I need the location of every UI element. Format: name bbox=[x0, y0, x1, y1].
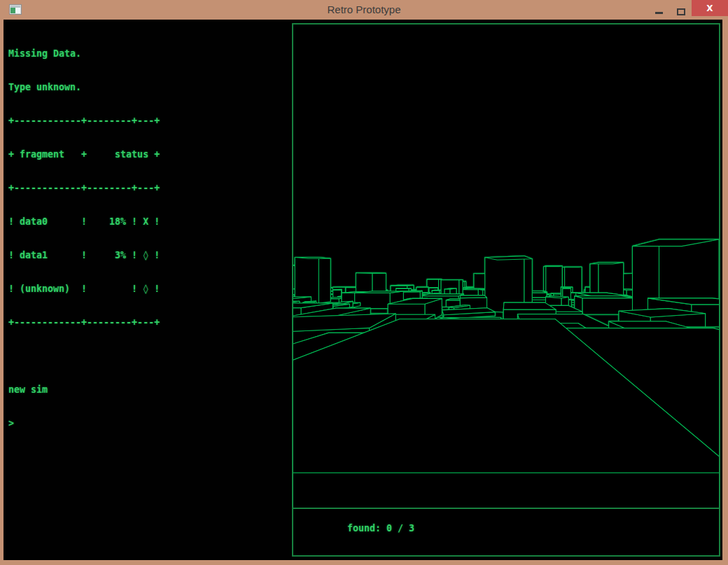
status-bar: found: 0 / 3 bbox=[293, 509, 719, 555]
close-icon: X bbox=[706, 4, 713, 13]
ascii-table-border: +------------+--------+---+ bbox=[8, 116, 288, 127]
terminal-blank-line bbox=[8, 351, 288, 362]
new-sim-button[interactable]: new sim bbox=[8, 384, 288, 396]
app-window: Retro Prototype X Missing Data. Type unk… bbox=[0, 0, 728, 565]
ascii-table-row: ! data1 ! 3% ! ◊ ! bbox=[8, 250, 288, 261]
viewport-panel: found: 0 / 3 bbox=[292, 23, 720, 557]
minimize-button[interactable] bbox=[648, 0, 670, 20]
command-prompt[interactable]: > bbox=[8, 418, 288, 429]
maximize-icon bbox=[677, 8, 685, 15]
wireframe-scene[interactable] bbox=[293, 25, 719, 508]
ascii-table-header: + fragment + status + bbox=[8, 149, 288, 160]
ascii-table-border: +------------+--------+---+ bbox=[8, 183, 288, 194]
titlebar[interactable]: Retro Prototype X bbox=[0, 0, 728, 20]
window-title: Retro Prototype bbox=[0, 0, 728, 20]
window-controls: X bbox=[648, 0, 728, 20]
found-counter: found: 0 / 3 bbox=[347, 523, 414, 533]
ascii-table-border: +------------+--------+---+ bbox=[8, 317, 288, 328]
terminal-message: Type unknown. bbox=[8, 82, 288, 93]
minimize-icon bbox=[655, 12, 663, 14]
maximize-button[interactable] bbox=[670, 0, 692, 20]
terminal-panel: Missing Data. Type unknown. +-----------… bbox=[8, 26, 288, 452]
close-button[interactable]: X bbox=[692, 0, 728, 16]
ascii-table-row: ! (unknown) ! ! ◊ ! bbox=[8, 284, 288, 295]
terminal-message: Missing Data. bbox=[8, 48, 288, 60]
client-area: Missing Data. Type unknown. +-----------… bbox=[4, 20, 722, 560]
ascii-table-row: ! data0 ! 18% ! X ! bbox=[8, 216, 288, 228]
